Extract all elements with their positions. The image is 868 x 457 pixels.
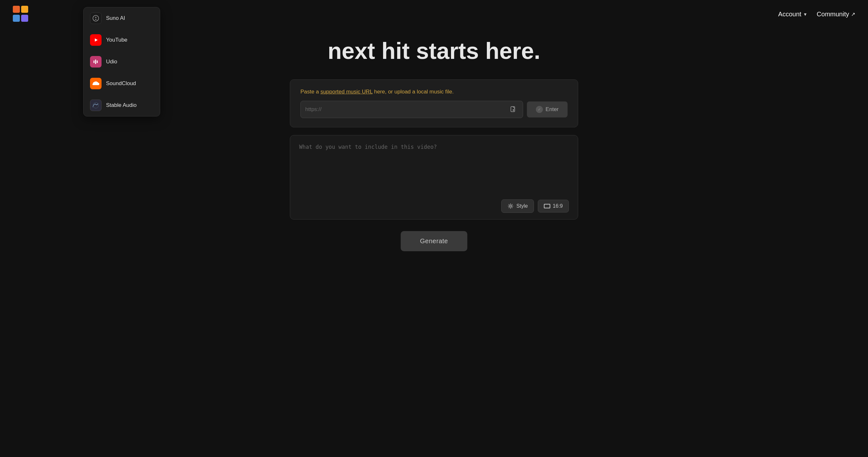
logo <box>13 6 29 23</box>
style-button[interactable]: Style <box>501 199 534 213</box>
enter-label: Enter <box>546 106 559 112</box>
checkmark-icon: ✓ <box>536 106 543 113</box>
generate-label: Generate <box>420 237 448 244</box>
external-link-icon: ↗ <box>851 11 855 17</box>
url-hint-suffix: here, or upload a local music file. <box>372 89 454 95</box>
soundcloud-label: SoundCloud <box>106 80 136 87</box>
svg-rect-2 <box>94 61 94 63</box>
url-input-wrap <box>301 101 523 118</box>
udio-icon <box>90 56 101 68</box>
prompt-section: Style 16:9 <box>290 135 578 220</box>
udio-label: Udio <box>106 59 117 65</box>
stable-audio-label: Stable Audio <box>106 102 136 108</box>
enter-button[interactable]: ✓ Enter <box>527 101 567 118</box>
chevron-down-icon: ▾ <box>804 11 806 17</box>
url-hint: Paste a supported music URL here, or upl… <box>301 89 567 95</box>
soundcloud-icon <box>90 78 101 89</box>
svg-marker-1 <box>95 38 98 42</box>
supported-music-url-link[interactable]: supported music URL <box>320 89 372 95</box>
logo-square-yellow <box>21 6 28 13</box>
youtube-icon <box>90 34 101 46</box>
account-label: Account <box>778 10 801 18</box>
suno-label: Suno AI <box>106 15 125 22</box>
hero-title: next hit starts here. <box>328 38 540 64</box>
url-section: Paste a supported music URL here, or upl… <box>290 79 578 127</box>
logo-square-purple <box>21 15 28 22</box>
upload-file-button[interactable] <box>508 105 518 114</box>
svg-point-7 <box>509 205 512 207</box>
prompt-textarea[interactable] <box>299 143 569 194</box>
header: Suno AI YouTube Udio <box>0 0 868 28</box>
dropdown-item-stable-audio[interactable]: Stable Audio <box>84 94 160 116</box>
url-input-row: ✓ Enter <box>301 101 567 118</box>
url-input[interactable] <box>305 101 508 118</box>
style-label: Style <box>516 203 528 209</box>
community-label: Community <box>817 10 849 18</box>
suno-icon <box>90 12 101 24</box>
community-button[interactable]: Community ↗ <box>817 10 855 18</box>
stable-audio-icon <box>90 100 101 111</box>
header-right: Account ▾ Community ↗ <box>778 8 855 21</box>
dropdown-menu: Suno AI YouTube Udio <box>83 7 160 117</box>
svg-point-0 <box>93 15 99 21</box>
svg-rect-4 <box>97 61 98 63</box>
account-button[interactable]: Account ▾ <box>778 8 806 21</box>
svg-rect-3 <box>95 60 96 64</box>
dropdown-item-youtube[interactable]: YouTube <box>84 29 160 51</box>
dropdown-item-suno[interactable]: Suno AI <box>84 7 160 29</box>
svg-rect-6 <box>511 106 515 112</box>
logo-square-blue <box>13 15 20 22</box>
ratio-button[interactable]: 16:9 <box>538 200 569 213</box>
youtube-label: YouTube <box>106 37 127 43</box>
url-hint-text: Paste a <box>301 89 320 95</box>
dropdown-item-udio[interactable]: Udio <box>84 51 160 73</box>
ratio-label: 16:9 <box>553 203 563 209</box>
prompt-footer: Style 16:9 <box>299 199 569 213</box>
ratio-icon <box>544 204 550 208</box>
logo-square-orange <box>13 6 20 13</box>
generate-button[interactable]: Generate <box>401 231 467 251</box>
dropdown-item-soundcloud[interactable]: SoundCloud <box>84 73 160 94</box>
